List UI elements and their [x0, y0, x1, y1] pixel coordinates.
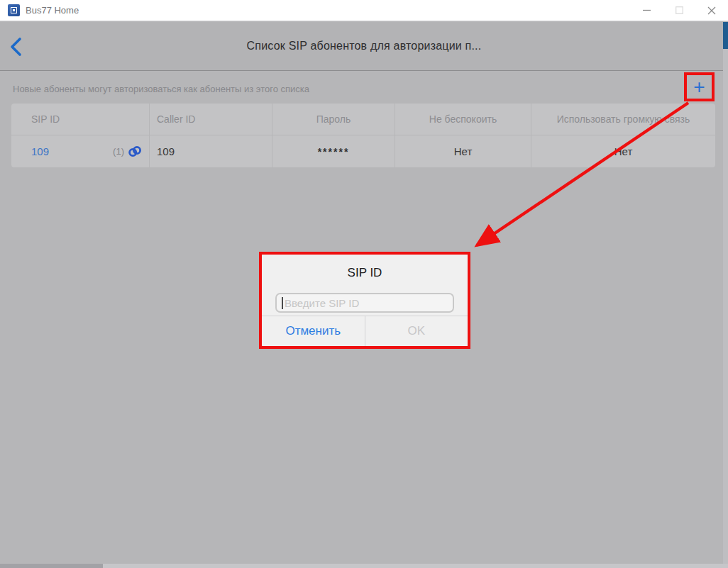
- maximize-button[interactable]: [663, 0, 695, 21]
- cell-caller-id: 109: [150, 135, 272, 167]
- column-header-dnd: Не беспокоить: [395, 104, 531, 135]
- column-header-sip-id: SIP ID: [11, 104, 149, 135]
- link-count-label: (1): [113, 146, 124, 157]
- ok-button[interactable]: OK: [365, 316, 468, 346]
- sip-subscribers-table: SIP ID Caller ID Пароль Не беспокоить Ис…: [11, 104, 715, 167]
- table-row[interactable]: 109 (1) 109 ****** Нет Нет: [11, 135, 715, 167]
- back-button[interactable]: [6, 34, 27, 60]
- sip-id-input-placeholder: Введите SIP ID: [285, 297, 359, 309]
- app-logo-icon: [8, 4, 20, 16]
- add-subscriber-button[interactable]: +: [693, 77, 705, 97]
- close-icon: [707, 6, 716, 15]
- list-description: Новые абоненты могут авторизоваться как …: [13, 84, 309, 94]
- column-header-speakerphone: Использовать громкую связь: [531, 104, 715, 135]
- vertical-scrollbar-track[interactable]: [723, 22, 728, 564]
- table-header-row: SIP ID Caller ID Пароль Не беспокоить Ис…: [11, 104, 715, 135]
- dialog-button-row: Отменить OK: [262, 316, 468, 346]
- horizontal-scrollbar-thumb[interactable]: [0, 564, 103, 568]
- chain-link-icon[interactable]: [128, 145, 142, 157]
- column-header-password: Пароль: [272, 104, 395, 135]
- cell-do-not-disturb[interactable]: Нет: [395, 135, 531, 167]
- window-titlebar: Bus77 Home: [0, 0, 728, 21]
- dialog-title: SIP ID: [262, 266, 468, 280]
- page-title: Список SIP абонентов для авторизации п..…: [247, 40, 482, 52]
- cell-sip-id: 109 (1): [11, 135, 149, 167]
- vertical-scrollbar-thumb[interactable]: [723, 22, 728, 49]
- maximize-icon: [675, 6, 683, 14]
- sip-id-input[interactable]: Введите SIP ID: [275, 293, 454, 313]
- annotation-box-sip-id-dialog: SIP ID Введите SIP ID Отменить OK: [259, 252, 470, 349]
- cell-password: ******: [272, 135, 395, 167]
- back-chevron-icon: [9, 37, 23, 57]
- annotation-box-add-button: +: [684, 72, 715, 101]
- close-button[interactable]: [695, 0, 728, 21]
- horizontal-scrollbar-track[interactable]: [0, 564, 728, 568]
- text-caret: [282, 297, 283, 309]
- column-header-caller-id: Caller ID: [150, 104, 272, 135]
- sip-id-link[interactable]: 109: [31, 145, 49, 157]
- minimize-icon: [643, 6, 651, 14]
- cancel-button[interactable]: Отменить: [262, 316, 365, 346]
- password-masked-value: ******: [318, 146, 350, 157]
- minimize-button[interactable]: [630, 0, 663, 21]
- cell-speakerphone[interactable]: Нет: [531, 135, 715, 167]
- nav-header: Список SIP абонентов для авторизации п..…: [0, 22, 728, 71]
- window-title: Bus77 Home: [26, 5, 79, 16]
